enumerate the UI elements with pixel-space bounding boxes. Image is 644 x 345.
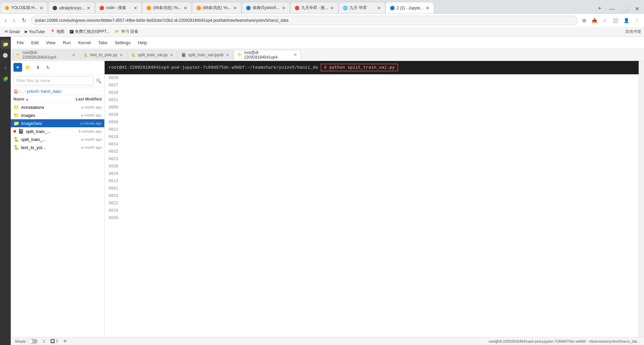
tab-close-button[interactable]: ✕ [183, 6, 187, 10]
tab-close-button[interactable]: ✕ [282, 6, 286, 10]
tab-close-button[interactable]: ✕ [233, 6, 237, 10]
breadcrumb-separator: / [19, 89, 20, 94]
breadcrumb-separator: / [61, 89, 62, 94]
address-input[interactable] [31, 16, 578, 25]
editor-tab-etab3[interactable]: 🐍 split_train_val.py ✕ [127, 50, 177, 60]
editor-tab-close[interactable]: ✕ [72, 53, 75, 58]
extension-icon-button[interactable]: ⬜ [610, 17, 620, 24]
upload-button[interactable]: ⬆ [34, 63, 42, 72]
file-item[interactable]: 📁 ImageSets a minute ago [11, 119, 104, 127]
breadcrumb-item-0[interactable]: 🏠 [13, 89, 18, 94]
bookmark-gmail[interactable]: ✉Gmail [3, 29, 21, 35]
minimize-button[interactable]: — [607, 5, 617, 13]
search-input[interactable] [13, 76, 94, 85]
bookmark-label: Gmail [9, 29, 19, 34]
bookmark-icon: ▶ [25, 29, 28, 34]
file-item[interactable]: 🐍 split_train_... a month ago [11, 135, 104, 143]
menu-item-settings[interactable]: Settings [111, 39, 134, 47]
breadcrumb-item-4[interactable]: yolov5 [27, 89, 39, 94]
bookmark-地图[interactable]: 📍地图 [48, 28, 66, 35]
forward-button[interactable]: › [11, 16, 17, 25]
search-icon-button[interactable]: 🔍 [96, 78, 102, 83]
breadcrumb-item-6[interactable]: hanzi_data [41, 89, 61, 94]
browser-tab-tab4[interactable]: 🟠 (68条消息) Yo... ✕ [142, 2, 192, 13]
new-tab-button[interactable]: + [594, 4, 605, 13]
menu-item-view[interactable]: View [43, 39, 59, 47]
line-number: 0001 [109, 186, 122, 191]
bookmark-youtube[interactable]: ▶YouTube [23, 29, 47, 35]
editor-tab-etab4[interactable]: 📓 split_train_val.ipynb ✕ [178, 50, 233, 60]
breadcrumb-separator: ... [21, 89, 24, 94]
editor-tab-close[interactable]: ✕ [170, 53, 173, 58]
file-item[interactable]: 📁 Annotations a month ago [11, 103, 104, 111]
bookmark-label: 学习 语雀 [121, 29, 138, 34]
menu-item-kernel[interactable]: Kernel [75, 39, 94, 47]
bookmark-免费汇报总结ppt...[interactable]: 🅿免费汇报总结PPT... [68, 28, 112, 35]
git-icon-button[interactable]: ⑂ [1, 64, 10, 73]
tab-close-button[interactable]: ✕ [40, 6, 44, 10]
menu-item-file[interactable]: File [13, 39, 27, 47]
file-item[interactable]: 🐍 text_to_yol... a month ago [11, 143, 104, 151]
files-icon-button[interactable]: 📁 [1, 40, 10, 49]
extension-icon-button2[interactable]: 🧩 [1, 74, 10, 84]
file-item[interactable]: 📓 split_train_... 6 minutes ago [11, 127, 104, 135]
tab-close-button[interactable]: ✕ [330, 6, 334, 10]
bookmarks-bar: ✉Gmail▶YouTube📍地图🅿免费汇报总结PPT...📂学习 语雀 其他书… [0, 27, 644, 37]
reload-button[interactable]: ↻ [20, 16, 28, 25]
profile-icon-button[interactable]: 👤 [622, 17, 631, 24]
line-numbers-area[interactable]: 0026003700100021000900390008001100190014… [105, 74, 639, 337]
line-number: 0023 [109, 157, 122, 161]
bookmark-icon: 🅿 [70, 30, 73, 34]
browser-tab-tab8[interactable]: 🌐 九天·毕昇 ✕ [338, 2, 385, 13]
file-modified: a month ago [65, 145, 102, 149]
bookmarks-more[interactable]: 其他书签 [625, 29, 641, 34]
editor-tab-etab1[interactable]: 📁 root@dl-220928184041vp4- ✕ [12, 50, 79, 60]
bookmark-学习_语雀[interactable]: 📂学习 语雀 [113, 28, 140, 35]
close-browser-button[interactable]: ✕ [633, 4, 641, 13]
tab-close-button[interactable]: ✕ [87, 6, 91, 10]
line-number: 0010 [109, 90, 122, 95]
browser-tab-tab1[interactable]: 🔶 YOLO实现·H... ✕ [0, 2, 48, 13]
tab-favicon: ⚫ [52, 6, 57, 10]
browser-tab-tab7[interactable]: 🔴 九天毕昇 - 搜... ✕ [290, 2, 339, 13]
status-bar: Simple 2 🔲 2 ⚙ root@dl-220928184041vp4-p… [11, 337, 644, 345]
line-row: 0010 [105, 89, 639, 96]
bookmark-label: 地图 [56, 29, 64, 34]
browser-tab-tab3[interactable]: 🔴 csdn - 搜索 ✕ [95, 2, 142, 13]
menu-icon-button[interactable]: ⋮ [633, 17, 641, 24]
running-icon-button[interactable]: ⬤ [1, 50, 10, 60]
share-icon-button[interactable]: 📤 [590, 17, 599, 24]
menu-item-tabs[interactable]: Tabs [95, 39, 111, 47]
tab-close-button[interactable]: ✕ [377, 6, 381, 10]
tab-title: 2 (3) - Jupyte... [396, 6, 424, 10]
browser-tab-tab9[interactable]: 🔵 2 (3) - Jupyte... ✕ [385, 2, 434, 13]
translate-icon-button[interactable]: ⊞ [580, 17, 588, 24]
menu-item-help[interactable]: Help [135, 39, 150, 47]
bookmark-label: YouTube [29, 29, 45, 34]
editor-tab-close[interactable]: ✕ [226, 53, 229, 58]
tab-close-button[interactable]: ✕ [133, 6, 138, 10]
browser-tab-tab2[interactable]: ⚫ ultralytics/yo... ✕ [48, 2, 95, 13]
editor-tab-close[interactable]: ✕ [293, 52, 297, 57]
bookmark-icon-button[interactable]: ☆ [601, 17, 609, 24]
menu-item-run[interactable]: Run [59, 39, 74, 47]
terminal-area[interactable]: root@dl-220928184041vp4-pod-jupyter-7c89… [105, 61, 639, 74]
maximize-button[interactable]: ⬜ [620, 4, 630, 13]
back-button[interactable]: ‹ [3, 16, 8, 25]
line-number: 0033 [109, 194, 122, 198]
line-row: 0037 [105, 82, 639, 89]
tab-close-button[interactable]: ✕ [426, 6, 430, 10]
new-file-button[interactable]: + [13, 63, 22, 72]
browser-tab-tab6[interactable]: 🔵 保姆式yolov5... ✕ [241, 2, 290, 13]
editor-tab-etab2[interactable]: 🐍 text_to_yolo.py ✕ [80, 50, 127, 60]
browser-tab-tab5[interactable]: 🟠 (68条消息) Yo... ✕ [192, 2, 241, 13]
refresh-button[interactable]: ↻ [44, 63, 52, 72]
new-folder-button[interactable]: 📁 [23, 63, 32, 72]
editor-tab-close[interactable]: ✕ [119, 53, 123, 58]
file-modified: a month ago [65, 105, 102, 109]
editor-tab-etab5[interactable]: 📁 root@dl-220928184041vp4- ✕ [234, 50, 301, 60]
menu-item-edit[interactable]: Edit [28, 39, 42, 47]
mode-toggle[interactable] [28, 339, 38, 344]
line-row: 0011 [105, 126, 639, 133]
file-item[interactable]: 📁 images a month ago [11, 111, 104, 119]
